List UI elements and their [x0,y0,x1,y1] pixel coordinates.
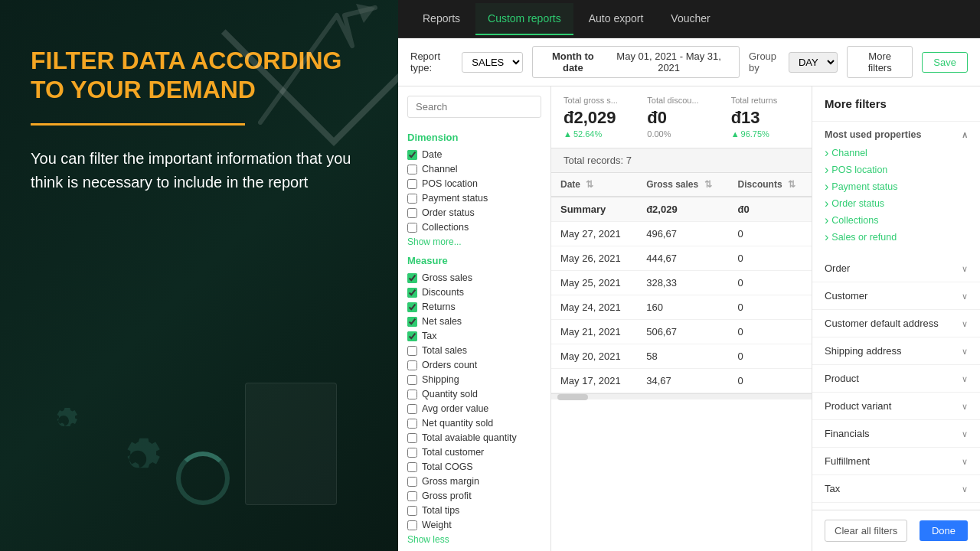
measure-checkbox-total-available-qty[interactable] [407,433,417,443]
measure-item-total-available-qty[interactable]: Total avaiable quantity [407,432,541,443]
records-info: Total records: 7 [551,148,812,173]
filter-product-variant-header[interactable]: Product variant [812,393,980,419]
filter-link-channel[interactable]: Channel [825,146,968,160]
measure-item-total-tips[interactable]: Total tips [407,505,541,516]
headline-divider [31,123,245,126]
measure-checkbox-gross-margin[interactable] [407,477,417,487]
measure-item-shipping[interactable]: Shipping [407,374,541,385]
filter-link-order-status[interactable]: Order status [825,197,968,210]
measure-checkbox-quantity-sold[interactable] [407,390,417,399]
measure-checkbox-gross-profit[interactable] [407,491,417,501]
filter-link-payment-status[interactable]: Payment status [825,180,968,194]
filter-customer-header[interactable]: Customer [812,282,980,309]
arrow-up-icon: ▲ [564,129,572,139]
kpi-returns-change: ▲ 96.75% [731,129,799,139]
measure-checkbox-total-sales[interactable] [407,346,417,356]
measure-checkbox-weight[interactable] [407,520,417,530]
filter-link-sales-or-refund[interactable]: Sales or refund [825,230,968,244]
tab-reports[interactable]: Reports [410,3,472,35]
filter-order-header[interactable]: Order [812,255,980,282]
tab-voucher[interactable]: Voucher [658,3,722,35]
measure-item-total-cogs[interactable]: Total COGS [407,461,541,472]
measure-checkbox-avg-order-value[interactable] [407,404,417,414]
row-discounts: 0 [729,295,812,320]
dimension-checkbox-collections[interactable] [407,223,417,233]
dimension-item-date[interactable]: Date [407,149,541,160]
dimension-checkbox-payment-status[interactable] [407,194,417,204]
measure-item-quantity-sold[interactable]: Quantity sold [407,389,541,399]
dimension-show-more[interactable]: Show more... [407,236,541,247]
table-row: May 26, 2021 444,67 0 [551,246,812,271]
measure-checkbox-tax[interactable] [407,331,417,341]
row-gross-sales: 58 [637,344,728,369]
group-by-dropdown[interactable]: DAY [789,52,838,73]
date-range-button[interactable]: Month to date May 01, 2021 - May 31, 202… [532,46,740,78]
most-used-chevron[interactable] [962,129,968,140]
body-area: Dimension Date Channel POS location Paym… [398,86,980,551]
measure-item-net-sales[interactable]: Net sales [407,316,541,327]
col-discounts[interactable]: Discounts ⇅ [729,173,812,197]
dimension-item-collections[interactable]: Collections [407,222,541,233]
dimension-item-channel[interactable]: Channel [407,164,541,174]
measure-checkbox-shipping[interactable] [407,375,417,385]
dimension-item-payment-status[interactable]: Payment status [407,193,541,204]
filter-tax-header[interactable]: Tax [812,475,980,502]
col-date[interactable]: Date ⇅ [551,173,637,197]
report-type-select: Report type: SALES [410,51,523,73]
measure-checkbox-net-sales[interactable] [407,317,417,327]
filter-section-order: Order [812,255,980,282]
measure-item-orders-count[interactable]: Orders count [407,360,541,370]
save-button[interactable]: Save [922,52,968,73]
filter-link-collections[interactable]: Collections [825,214,968,227]
dimension-checkbox-pos-location[interactable] [407,179,417,189]
measure-item-net-quantity-sold[interactable]: Net quantity sold [407,418,541,429]
dimension-title: Dimension [407,132,541,143]
tab-custom-reports[interactable]: Custom reports [475,3,573,35]
measure-checkbox-total-cogs[interactable] [407,462,417,472]
table-container[interactable]: Date ⇅ Gross sales ⇅ Discounts ⇅ [551,173,812,551]
measure-item-total-sales[interactable]: Total sales [407,345,541,356]
report-type-dropdown[interactable]: SALES [462,52,523,73]
dimension-checkbox-channel[interactable] [407,165,417,174]
measure-checkbox-total-customer[interactable] [407,448,417,458]
measure-item-discounts[interactable]: Discounts [407,287,541,298]
measure-item-gross-profit[interactable]: Gross profit [407,491,541,501]
row-gross-sales: 496,67 [637,222,728,246]
measure-checkbox-orders-count[interactable] [407,360,417,370]
tab-auto-export[interactable]: Auto export [577,3,656,35]
more-filters-button[interactable]: More filters [847,46,913,78]
scrollbar-area[interactable] [551,393,812,399]
filter-fulfillment-header[interactable]: Fulfillment [812,448,980,474]
filter-financials-header[interactable]: Financials [812,420,980,447]
measure-checkbox-gross-sales[interactable] [407,273,417,283]
measure-item-returns[interactable]: Returns [407,302,541,312]
chevron-down-shipping [962,345,968,357]
col-gross-sales[interactable]: Gross sales ⇅ [637,173,728,197]
measure-checkbox-returns[interactable] [407,302,417,312]
measure-checkbox-discounts[interactable] [407,288,417,298]
measure-item-total-customer[interactable]: Total customer [407,447,541,458]
dimension-item-pos-location[interactable]: POS location [407,178,541,189]
date-range-value: May 01, 2021 - May 31, 2021 [608,51,730,73]
dimension-item-order-status[interactable]: Order status [407,207,541,218]
filter-customer-default-address-header[interactable]: Customer default address [812,310,980,337]
measure-show-less[interactable]: Show less [407,534,541,545]
measure-item-gross-sales[interactable]: Gross sales [407,272,541,283]
filter-link-pos-location[interactable]: POS location [825,163,968,177]
dimension-checkbox-date[interactable] [407,150,417,160]
measure-item-avg-order-value[interactable]: Avg order value [407,403,541,414]
search-input[interactable] [407,96,541,118]
measure-item-weight[interactable]: Weight [407,520,541,530]
measure-item-gross-margin[interactable]: Gross margin [407,476,541,487]
measure-item-tax[interactable]: Tax [407,331,541,341]
filter-product-header[interactable]: Product [812,365,980,392]
dimension-checkbox-order-status[interactable] [407,208,417,218]
filter-refund-header[interactable]: Refund [812,503,980,510]
clear-all-button[interactable]: Clear all filters [825,520,907,542]
scrollbar-thumb[interactable] [557,394,588,400]
measure-checkbox-total-tips[interactable] [407,506,417,516]
done-button[interactable]: Done [920,520,968,541]
row-date: May 17, 2021 [551,369,637,393]
filter-shipping-address-header[interactable]: Shipping address [812,337,980,364]
measure-checkbox-net-quantity-sold[interactable] [407,419,417,429]
